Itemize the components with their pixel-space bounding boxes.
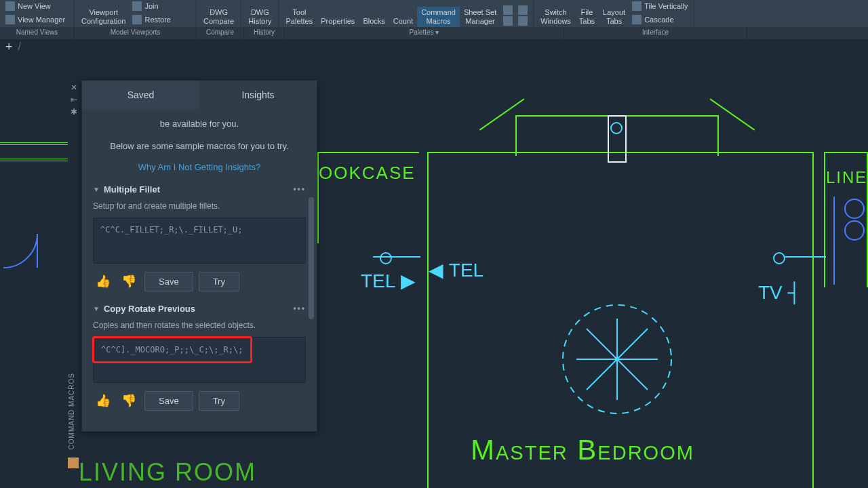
thumbs-up-button[interactable]: 👍 <box>93 392 113 409</box>
command-macros-button[interactable]: Command Macros <box>417 7 460 27</box>
svg-point-11 <box>845 221 864 240</box>
thumbs-down-button[interactable]: 👎 <box>119 392 139 409</box>
new-view-button[interactable]: New View <box>4 0 70 12</box>
svg-line-5 <box>617 329 648 359</box>
tile-vertically-icon <box>632 1 642 11</box>
count-button[interactable]: Count <box>389 16 417 27</box>
restore-icon <box>132 15 142 24</box>
try-button[interactable]: Try <box>199 391 239 411</box>
command-macros-panel: Saved Insights be available for you. Bel… <box>81 80 317 432</box>
macro-card-copy-rotate: ▼ Copy Rotate Previous ••• Copies and th… <box>93 304 306 411</box>
try-button[interactable]: Try <box>199 272 239 291</box>
blocks-button[interactable]: Blocks <box>359 16 389 27</box>
dwg-history-button[interactable]: DWG History <box>244 7 275 27</box>
macro-title: Multiple Fillet <box>104 184 160 195</box>
panel-settings-button[interactable]: ✱ <box>68 107 80 117</box>
history-group: History <box>244 27 285 39</box>
save-button[interactable]: Save <box>144 391 193 411</box>
macro-menu-button[interactable]: ••• <box>293 184 306 194</box>
model-viewports-group: Model Viewports <box>75 27 197 39</box>
view-manager-label: View Manager <box>18 16 65 24</box>
tool-palettes-button[interactable]: Tool Palettes <box>281 7 317 27</box>
tile-vertically-button[interactable]: Tile Vertically <box>631 0 689 12</box>
join-button[interactable]: Join <box>131 0 172 12</box>
cascade-button[interactable]: Cascade <box>631 14 689 26</box>
add-tab-button[interactable]: + <box>5 40 13 54</box>
svg-point-10 <box>845 199 864 218</box>
macro-code-2[interactable]: ^C^C]._MOCORO;_P;;\_C;\;_R;\; <box>94 338 251 362</box>
restore-label: Restore <box>144 16 171 24</box>
view-manager-button[interactable]: View Manager <box>4 14 70 26</box>
ribbon-small-icon-2[interactable] <box>503 16 513 26</box>
view-manager-icon <box>5 15 15 24</box>
tab-insights[interactable]: Insights <box>199 81 317 109</box>
panel-title-icon <box>68 458 79 468</box>
why-insights-link[interactable]: Why Am I Not Getting Insights? <box>93 162 306 172</box>
viewport-config-button[interactable]: Viewport Configuration <box>77 7 130 27</box>
tel-label-1: TEL ▶ <box>361 270 416 292</box>
cascade-icon <box>632 15 642 24</box>
tab-divider: / <box>18 41 21 53</box>
cascade-label: Cascade <box>644 16 673 24</box>
ribbon-small-icon-3[interactable] <box>518 5 528 15</box>
svg-line-8 <box>587 329 617 359</box>
ribbon-small-icon-4[interactable] <box>518 16 528 26</box>
join-icon <box>132 1 142 11</box>
panel-scrollbar[interactable] <box>309 197 314 319</box>
panel-info-text-2: Below are some sample macros for you to … <box>93 140 306 154</box>
master-bedroom-label: Master Bedroom <box>471 434 694 466</box>
panel-close-button[interactable]: ✕ <box>68 83 80 92</box>
panel-info-text-1: be available for you. <box>93 117 306 131</box>
new-view-icon <box>5 1 15 11</box>
macro-description: Copies and then rotates the selected obj… <box>93 321 306 330</box>
switch-windows-button[interactable]: Switch Windows <box>536 7 575 27</box>
new-view-label: New View <box>18 2 51 10</box>
thumbs-down-button[interactable]: 👎 <box>119 272 139 290</box>
tv-label: TV ┤ <box>758 282 801 304</box>
door-arc <box>0 230 47 298</box>
compare-group: Compare <box>197 27 244 39</box>
macro-description: Setup for and create multiple fillets. <box>93 201 306 211</box>
svg-line-7 <box>587 359 617 390</box>
bookcase-label: OOKCASE <box>319 163 416 184</box>
macro-title: Copy Rotate Previous <box>104 304 195 314</box>
sheet-set-manager-button[interactable]: Sheet Set Manager <box>460 7 500 27</box>
svg-line-6 <box>617 359 648 390</box>
caret-down-icon[interactable]: ▼ <box>93 186 100 193</box>
interface-group: Interface <box>564 27 747 39</box>
join-label: Join <box>144 2 158 10</box>
file-tabs-button[interactable]: File Tabs <box>575 7 599 27</box>
linen-label: LINEN <box>826 168 868 187</box>
tile-vertically-label: Tile Vertically <box>644 2 688 10</box>
living-room-label: LIVING ROOM <box>79 458 256 487</box>
restore-button[interactable]: Restore <box>131 14 172 26</box>
panel-collapse-button[interactable]: ⇤ <box>68 95 80 104</box>
palettes-group[interactable]: Palettes ▾ <box>285 27 564 39</box>
macro-card-multiple-fillet: ▼ Multiple Fillet ••• Setup for and crea… <box>93 184 306 291</box>
closet-detail <box>827 197 868 285</box>
ceiling-fan-symbol <box>556 298 678 420</box>
macro-menu-button[interactable]: ••• <box>293 304 306 313</box>
save-button[interactable]: Save <box>144 272 193 291</box>
ribbon-small-icon-1[interactable] <box>503 5 513 15</box>
named-views-group: Named Views <box>0 27 75 39</box>
layout-tabs-button[interactable]: Layout Tabs <box>599 7 629 27</box>
thumbs-up-button[interactable]: 👍 <box>93 272 113 290</box>
caret-down-icon[interactable]: ▼ <box>93 305 100 312</box>
dwg-compare-button[interactable]: DWG Compare <box>199 7 238 27</box>
properties-button[interactable]: Properties <box>317 16 359 27</box>
tab-saved[interactable]: Saved <box>82 81 199 109</box>
macro-code-1[interactable]: ^C^C._FILLET;_R;\._FILLET;_U; <box>93 218 306 264</box>
tel-label-2: ◀ TEL <box>429 259 484 281</box>
panel-vertical-title: COMMAND MACROS <box>68 373 75 449</box>
